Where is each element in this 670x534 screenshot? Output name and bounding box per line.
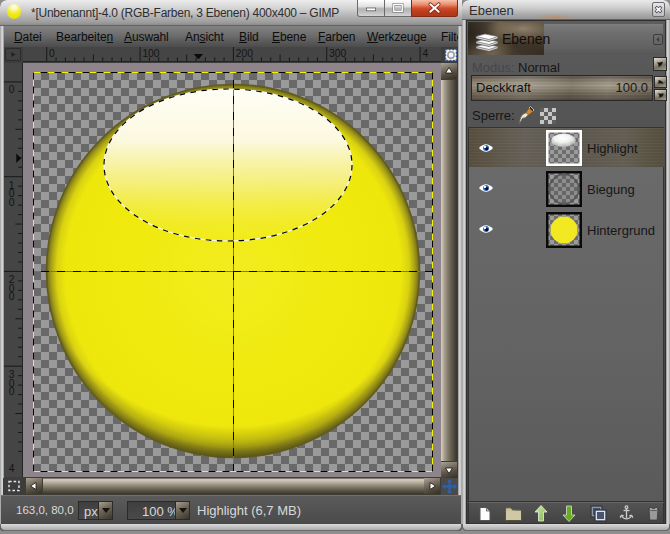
svg-text:100: 100 bbox=[142, 48, 159, 59]
svg-text:0: 0 bbox=[9, 84, 15, 95]
svg-text:4: 4 bbox=[422, 48, 428, 59]
svg-text:200: 200 bbox=[236, 48, 253, 59]
svg-text:0: 0 bbox=[49, 48, 55, 59]
svg-text:300: 300 bbox=[329, 48, 346, 59]
svg-text:0: 0 bbox=[9, 197, 15, 208]
svg-text:0: 0 bbox=[9, 291, 15, 302]
svg-text:0: 0 bbox=[9, 386, 15, 397]
svg-text:4: 4 bbox=[9, 463, 15, 474]
